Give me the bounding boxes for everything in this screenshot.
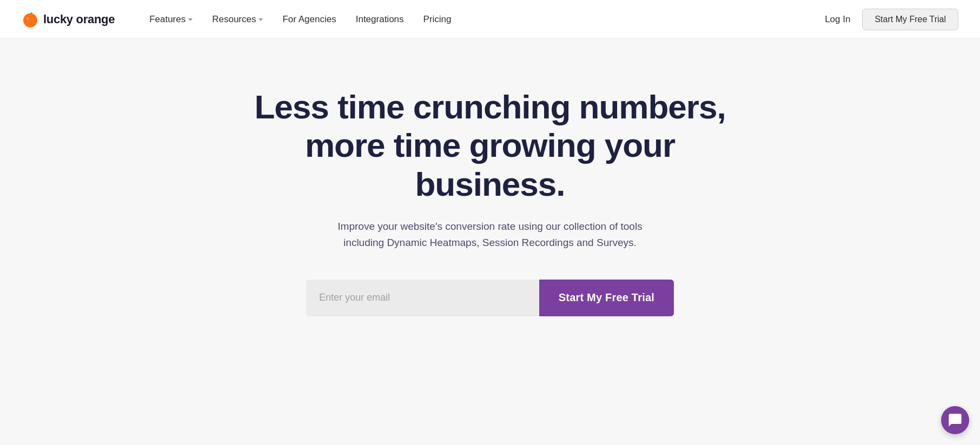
brand-name: lucky orange [43,12,115,26]
nav-pricing[interactable]: Pricing [415,10,460,29]
nav-right: Log In Start My Free Trial [815,9,958,30]
navbar: lucky orange Features Resources For Agen… [0,0,980,39]
features-chevron-icon [188,18,193,21]
nav-integrations[interactable]: Integrations [347,10,413,29]
logo-icon [22,11,39,28]
hero-section: Less time crunching numbers, more time g… [0,39,980,349]
login-button[interactable]: Log In [815,10,860,29]
email-input[interactable] [306,280,539,316]
svg-point-2 [27,17,29,20]
nav-trial-button[interactable]: Start My Free Trial [862,9,958,30]
svg-point-1 [23,13,37,27]
hero-cta-area: Start My Free Trial [306,280,674,316]
resources-chevron-icon [259,18,263,21]
nav-for-agencies[interactable]: For Agencies [274,10,345,29]
nav-features[interactable]: Features [141,10,201,29]
hero-headline: Less time crunching numbers, more time g… [247,88,733,203]
nav-resources[interactable]: Resources [203,10,272,29]
logo-link[interactable]: lucky orange [22,11,115,28]
chat-bubble-button[interactable] [941,406,969,434]
nav-links: Features Resources For Agencies Integrat… [141,10,815,29]
hero-subheadline: Improve your website's conversion rate u… [333,218,647,251]
chat-icon [948,413,963,428]
hero-trial-button[interactable]: Start My Free Trial [539,280,674,316]
